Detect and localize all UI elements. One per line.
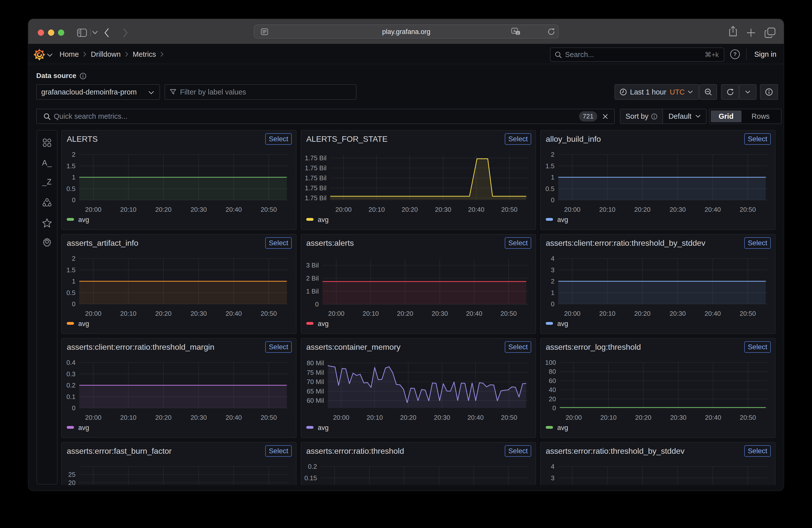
svg-text:20:50: 20:50 xyxy=(261,414,277,421)
svg-text:100: 100 xyxy=(545,359,556,366)
svg-text:1.5: 1.5 xyxy=(67,162,75,170)
svg-text:20: 20 xyxy=(68,479,75,485)
svg-text:60 Mil: 60 Mil xyxy=(307,397,324,404)
svg-text:1.75 Bil: 1.75 Bil xyxy=(305,194,327,202)
svg-text:0.4: 0.4 xyxy=(67,359,75,366)
svg-text:20:00: 20:00 xyxy=(85,310,102,317)
svg-text:20:10: 20:10 xyxy=(600,414,617,421)
svg-text:avg: avg xyxy=(557,216,568,223)
svg-text:20:00: 20:00 xyxy=(333,414,349,421)
svg-text:20:00: 20:00 xyxy=(328,310,345,317)
svg-text:20:40: 20:40 xyxy=(226,414,242,421)
svg-text:3 Bil: 3 Bil xyxy=(306,262,319,269)
svg-text:20:20: 20:20 xyxy=(155,310,172,317)
svg-text:20:20: 20:20 xyxy=(400,414,416,421)
svg-text:20:50: 20:50 xyxy=(501,414,517,421)
svg-text:x: x xyxy=(517,31,519,34)
svg-text:20:30: 20:30 xyxy=(669,206,686,213)
svg-text:65 Mil: 65 Mil xyxy=(307,387,324,395)
svg-text:1 Bil: 1 Bil xyxy=(306,288,319,295)
svg-text:1: 1 xyxy=(551,289,554,296)
svg-text:20:30: 20:30 xyxy=(670,414,686,421)
svg-text:20:30: 20:30 xyxy=(434,414,450,421)
svg-text:20:50: 20:50 xyxy=(261,310,277,317)
svg-text:60: 60 xyxy=(549,377,556,384)
svg-text:A: A xyxy=(513,29,516,33)
svg-text:20:40: 20:40 xyxy=(705,310,721,317)
svg-text:20:30: 20:30 xyxy=(669,310,686,317)
svg-text:avg: avg xyxy=(318,216,329,223)
svg-text:1.5: 1.5 xyxy=(546,162,554,170)
svg-text:20:00: 20:00 xyxy=(564,310,580,317)
svg-text:20:10: 20:10 xyxy=(120,310,136,317)
svg-text:20:10: 20:10 xyxy=(120,414,136,421)
svg-text:20:30: 20:30 xyxy=(190,310,207,317)
svg-text:25: 25 xyxy=(68,471,75,478)
svg-text:20:40: 20:40 xyxy=(705,206,721,213)
svg-text:avg: avg xyxy=(78,320,89,327)
svg-text:2: 2 xyxy=(551,278,554,285)
svg-text:1.5: 1.5 xyxy=(67,266,75,274)
svg-text:0.15: 0.15 xyxy=(304,474,317,482)
svg-text:20:40: 20:40 xyxy=(226,206,242,213)
svg-text:20:00: 20:00 xyxy=(335,206,351,213)
svg-text:0.2: 0.2 xyxy=(308,463,317,470)
svg-text:20:30: 20:30 xyxy=(435,206,451,213)
svg-text:0.5: 0.5 xyxy=(67,289,75,296)
svg-text:20:20: 20:20 xyxy=(634,310,651,317)
svg-text:0: 0 xyxy=(72,196,75,204)
svg-text:20:40: 20:40 xyxy=(468,206,484,213)
svg-text:20:10: 20:10 xyxy=(362,310,379,317)
svg-text:80: 80 xyxy=(549,368,556,375)
svg-text:1: 1 xyxy=(551,174,554,181)
svg-text:70 Mil: 70 Mil xyxy=(307,378,324,385)
svg-text:20:10: 20:10 xyxy=(599,206,615,213)
svg-text:avg: avg xyxy=(318,424,329,431)
svg-text:0: 0 xyxy=(315,300,319,308)
svg-text:20:50: 20:50 xyxy=(501,310,517,317)
svg-text:20:50: 20:50 xyxy=(740,206,756,213)
svg-text:3: 3 xyxy=(551,266,554,274)
svg-text:1.75 Bil: 1.75 Bil xyxy=(305,174,327,182)
svg-text:20:50: 20:50 xyxy=(740,310,756,317)
svg-text:2 Bil: 2 Bil xyxy=(306,275,319,282)
svg-text:20:40: 20:40 xyxy=(467,414,484,421)
svg-text:0: 0 xyxy=(552,404,556,412)
svg-text:0.3: 0.3 xyxy=(67,370,75,378)
svg-text:20:20: 20:20 xyxy=(634,206,651,213)
svg-text:80 Mil: 80 Mil xyxy=(307,359,324,367)
svg-text:0.5: 0.5 xyxy=(546,185,554,192)
svg-text:20:00: 20:00 xyxy=(564,206,580,213)
svg-text:2: 2 xyxy=(72,151,75,158)
svg-text:20:40: 20:40 xyxy=(226,310,242,317)
svg-text:20:30: 20:30 xyxy=(190,206,207,213)
svg-text:3: 3 xyxy=(551,474,554,482)
svg-text:1.75 Bil: 1.75 Bil xyxy=(305,154,327,162)
svg-text:20:20: 20:20 xyxy=(402,206,418,213)
svg-text:avg: avg xyxy=(318,320,329,327)
svg-text:20:00: 20:00 xyxy=(566,414,582,421)
svg-text:20:10: 20:10 xyxy=(366,414,383,421)
svg-text:1.75 Bil: 1.75 Bil xyxy=(305,184,327,192)
svg-text:avg: avg xyxy=(78,424,89,431)
svg-text:0: 0 xyxy=(72,300,75,308)
svg-text:0: 0 xyxy=(551,300,554,308)
svg-text:75 Mil: 75 Mil xyxy=(307,369,324,376)
svg-text:0.2: 0.2 xyxy=(67,381,75,389)
svg-text:0: 0 xyxy=(72,404,75,412)
svg-text:4: 4 xyxy=(551,463,554,470)
svg-text:1.75 Bil: 1.75 Bil xyxy=(305,164,327,172)
svg-text:20:40: 20:40 xyxy=(466,310,482,317)
svg-text:20:50: 20:50 xyxy=(501,206,518,213)
svg-text:avg: avg xyxy=(78,216,89,223)
svg-text:20:30: 20:30 xyxy=(190,414,207,421)
svg-text:40: 40 xyxy=(549,386,556,394)
svg-text:20:50: 20:50 xyxy=(261,206,277,213)
svg-text:20:00: 20:00 xyxy=(85,206,102,213)
svg-text:20:10: 20:10 xyxy=(120,206,136,213)
svg-text:2: 2 xyxy=(551,151,554,158)
svg-text:0.1: 0.1 xyxy=(67,393,75,400)
svg-text:20:20: 20:20 xyxy=(155,414,172,421)
svg-text:20:40: 20:40 xyxy=(705,414,721,421)
svg-text:20:10: 20:10 xyxy=(599,310,615,317)
